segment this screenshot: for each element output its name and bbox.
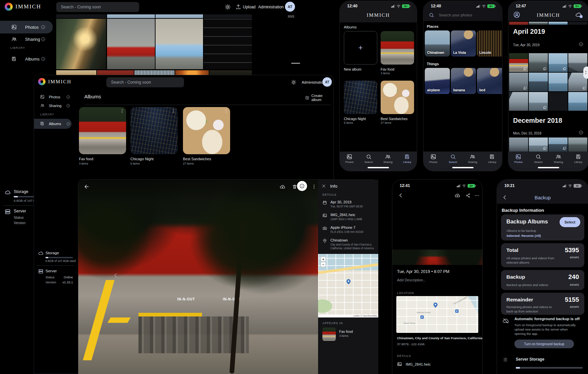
sidebar-item-sharing[interactable]: Sharing bbox=[0, 34, 53, 45]
info-button-active[interactable] bbox=[297, 181, 307, 191]
map-zoom-out-button[interactable]: − bbox=[321, 262, 326, 267]
search-input[interactable] bbox=[106, 80, 184, 85]
search-bar[interactable] bbox=[56, 2, 139, 12]
immich-logo[interactable]: IMMICH bbox=[5, 3, 41, 11]
back-chevron-icon[interactable] bbox=[398, 192, 404, 198]
photo-tile[interactable] bbox=[509, 53, 528, 72]
album-name[interactable]: Best Sandwiches bbox=[183, 157, 211, 161]
info-circle-icon[interactable] bbox=[41, 25, 45, 29]
photo-strip[interactable] bbox=[392, 250, 482, 265]
trash-icon[interactable] bbox=[292, 184, 297, 189]
info-circle-icon[interactable] bbox=[66, 95, 70, 99]
select-button[interactable]: Select bbox=[560, 217, 580, 227]
user-avatar[interactable]: AT bbox=[285, 2, 295, 12]
select-day-check-icon[interactable] bbox=[579, 130, 583, 135]
upload-cloud-icon[interactable] bbox=[455, 193, 460, 198]
photo-tile[interactable] bbox=[549, 137, 568, 152]
more-options-dots-icon[interactable] bbox=[311, 184, 317, 189]
album-card-fav-food[interactable] bbox=[79, 107, 126, 154]
nav-search[interactable]: Search bbox=[443, 154, 463, 171]
map-zoom-in-button[interactable]: + bbox=[321, 257, 326, 262]
photo-tile[interactable] bbox=[568, 92, 587, 111]
detail-map[interactable]: + − Leaflet | © OpenStreetMap bbox=[318, 254, 378, 317]
theme-toggle-sun-icon[interactable] bbox=[225, 4, 231, 10]
nav-search[interactable]: Search bbox=[359, 154, 379, 171]
timeline-scrubber[interactable] bbox=[291, 63, 300, 64]
photo-tile[interactable] bbox=[529, 137, 548, 152]
create-album-button[interactable]: Create album bbox=[305, 94, 333, 102]
search-field[interactable] bbox=[438, 12, 497, 19]
album-card-chicago-night[interactable] bbox=[344, 81, 377, 114]
nav-library[interactable]: Library bbox=[482, 154, 502, 171]
place-tile-la-vista[interactable]: La Vista bbox=[451, 30, 476, 57]
thing-tile-airplane[interactable]: airplane bbox=[425, 68, 450, 94]
user-avatar[interactable]: AT bbox=[322, 77, 332, 87]
thing-tile-bed[interactable]: bed bbox=[477, 68, 502, 94]
album-card-best-sandwiches[interactable] bbox=[381, 81, 414, 114]
nav-photos[interactable]: Photos bbox=[508, 154, 528, 171]
photo-thumbnail-red-car[interactable] bbox=[107, 19, 155, 69]
info-circle-icon[interactable] bbox=[41, 37, 45, 41]
album-name[interactable]: Fav food bbox=[79, 157, 93, 161]
album-menu-dots-icon[interactable] bbox=[120, 109, 124, 113]
administration-link[interactable]: Administration bbox=[302, 80, 325, 84]
info-circle-icon[interactable] bbox=[66, 104, 70, 108]
album-menu-dots-icon[interactable] bbox=[171, 109, 176, 113]
thing-tile-banana[interactable]: banana bbox=[451, 68, 476, 94]
close-icon[interactable] bbox=[321, 184, 326, 188]
sidebar-item-photos[interactable]: Photos bbox=[34, 93, 72, 101]
sidebar-item-photos[interactable]: Photos bbox=[0, 21, 53, 33]
share-icon[interactable] bbox=[466, 193, 471, 198]
photo-tile[interactable] bbox=[509, 137, 528, 152]
photo-tile[interactable] bbox=[549, 53, 568, 72]
photo-tile[interactable] bbox=[568, 137, 587, 152]
location-map[interactable]: The Embarcadero Jefferson Street Beach S… bbox=[396, 296, 478, 333]
select-day-check-icon[interactable] bbox=[579, 42, 583, 46]
photo-tile[interactable] bbox=[509, 92, 528, 111]
nav-sharing[interactable]: Sharing bbox=[463, 154, 483, 171]
nav-sharing[interactable]: Sharing bbox=[378, 154, 398, 171]
search-input[interactable] bbox=[438, 13, 498, 17]
administration-link[interactable]: Administration bbox=[258, 5, 284, 9]
upload-icon[interactable] bbox=[235, 4, 241, 10]
photo-thumbnail-blue-car[interactable] bbox=[156, 19, 203, 69]
photo-tile[interactable] bbox=[509, 73, 528, 91]
more-options-dots-icon[interactable] bbox=[474, 193, 479, 198]
appears-in-album-thumb[interactable] bbox=[322, 328, 336, 341]
appears-in-album-name[interactable]: Fav food bbox=[339, 330, 353, 334]
back-arrow-icon[interactable] bbox=[84, 184, 90, 190]
nav-library[interactable]: Library bbox=[568, 154, 588, 171]
album-menu-dots-icon[interactable] bbox=[224, 109, 228, 113]
upload-cloud-icon[interactable] bbox=[280, 184, 285, 190]
sidebar-item-sharing[interactable]: Sharing bbox=[34, 101, 72, 110]
nav-sharing[interactable]: Sharing bbox=[549, 154, 569, 171]
album-card-chicago-night[interactable] bbox=[130, 107, 178, 154]
nav-library[interactable]: Library bbox=[398, 154, 417, 171]
new-album-card[interactable]: + bbox=[344, 31, 377, 65]
photo-tile[interactable] bbox=[549, 73, 568, 91]
info-circle-icon[interactable] bbox=[66, 122, 70, 126]
map-marker-icon[interactable] bbox=[346, 279, 352, 285]
search-input[interactable] bbox=[56, 5, 139, 9]
previous-photo-chevron-icon[interactable] bbox=[112, 272, 119, 279]
upload-button[interactable]: Upload bbox=[243, 5, 256, 9]
photo-tile[interactable] bbox=[529, 53, 548, 72]
timeline-scrubber-handle[interactable]: ▲ ▼ bbox=[583, 67, 588, 79]
map-marker-icon[interactable] bbox=[432, 302, 438, 308]
place-tile-lincoln[interactable]: Lincoln bbox=[477, 30, 502, 57]
nav-photos[interactable]: Photos bbox=[423, 154, 443, 171]
sidebar-item-albums[interactable]: Albums bbox=[34, 119, 72, 129]
immich-logo[interactable]: IMMICH bbox=[38, 78, 72, 85]
nav-photos[interactable]: Photos bbox=[340, 154, 359, 171]
sidebar-item-albums[interactable]: Albums bbox=[0, 54, 53, 64]
nav-search[interactable]: Search bbox=[528, 154, 549, 171]
photo-tile[interactable] bbox=[529, 92, 548, 111]
map-zoom-controls[interactable]: + − bbox=[321, 257, 326, 267]
theme-toggle-sun-icon[interactable] bbox=[291, 80, 296, 85]
photo-thumbnail-garage[interactable] bbox=[204, 19, 252, 69]
search-bar[interactable] bbox=[106, 77, 184, 87]
album-card-best-sandwiches[interactable] bbox=[183, 107, 230, 154]
turn-on-foreground-backup-button[interactable]: Turn on foreground backup bbox=[514, 340, 574, 348]
place-tile-chinatown[interactable]: Chinatown bbox=[425, 30, 450, 57]
photo-tile[interactable] bbox=[529, 73, 548, 91]
